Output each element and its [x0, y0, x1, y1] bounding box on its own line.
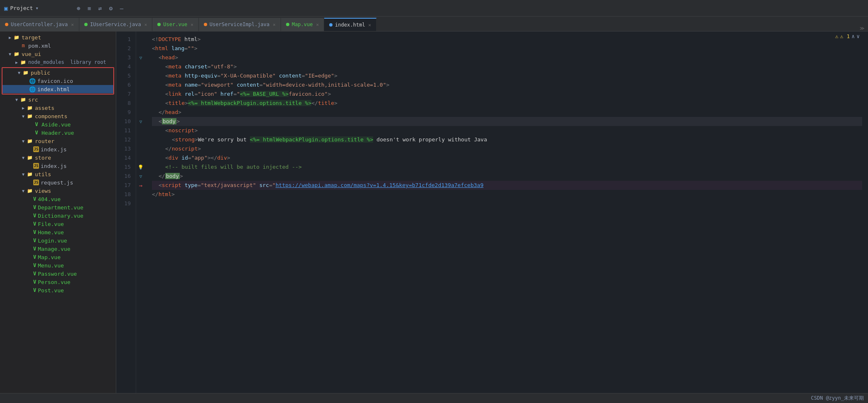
arrow-views[interactable] [20, 187, 27, 194]
tree-item-utils[interactable]: 📁 utils [0, 170, 116, 178]
tree-item-target[interactable]: 📁 target [0, 33, 116, 41]
tree-item-requestjs[interactable]: JS request.js [0, 178, 116, 187]
status-bar: CSDN @zyyn_未来可期 [0, 393, 868, 403]
no-arrow [27, 254, 33, 260]
tab-close-user-vue[interactable]: ✕ [191, 22, 193, 27]
space [181, 73, 185, 79]
tree-item-favicon[interactable]: 🌐 favicon.ico [2, 77, 113, 85]
align-icon[interactable]: ≡ [85, 4, 94, 13]
tree-item-file[interactable]: V File.vue [0, 220, 116, 228]
minimize-icon[interactable]: — [117, 4, 126, 13]
tab-dot-service [84, 23, 88, 26]
tree-item-vueui[interactable]: 📁 vue_ui [0, 50, 116, 58]
punct: </ [159, 173, 165, 179]
arrow-vueui[interactable] [7, 51, 13, 57]
arrow-assets[interactable] [20, 104, 27, 111]
tree-item-router[interactable]: 📁 router [0, 137, 116, 145]
punct: = [184, 45, 188, 51]
tree-item-post[interactable]: V Post.vue [0, 286, 116, 294]
tab-user-vue[interactable]: User.vue ✕ [152, 18, 198, 31]
tree-item-views[interactable]: 📁 views [0, 187, 116, 195]
tree-item-store[interactable]: 📁 store [0, 153, 116, 162]
arrow-public[interactable] [16, 69, 22, 76]
punct: > [194, 127, 198, 134]
body-close-tag: body [165, 173, 180, 179]
tree-item-header-vue[interactable]: V Header.vue [0, 129, 116, 137]
tree-item-manage[interactable]: V Manage.vue [0, 245, 116, 253]
tab-close-iuserservice[interactable]: ✕ [144, 22, 147, 27]
tree-item-store-indexjs[interactable]: JS index.js [0, 162, 116, 170]
tab-close-usercontroller[interactable]: ✕ [71, 22, 74, 27]
tree-item-department[interactable]: V Department.vue [0, 203, 116, 211]
project-square-icon: ▣ [4, 5, 7, 12]
tree-item-person[interactable]: V Person.vue [0, 278, 116, 286]
gutter-fold-3[interactable]: ▽ [136, 53, 145, 62]
gutter-fold-10[interactable]: ▽ [136, 117, 145, 126]
tree-item-home[interactable]: V Home.vue [0, 228, 116, 236]
settings-icon[interactable]: ⚙ [106, 4, 115, 13]
tab-map-vue[interactable]: Map.vue ✕ [281, 18, 324, 31]
tree-item-router-indexjs[interactable]: JS index.js [0, 145, 116, 153]
vue-icon-person: V [33, 279, 36, 285]
tree-item-assets[interactable]: 📁 assets [0, 104, 116, 112]
project-dropdown-icon[interactable]: ▾ [35, 5, 39, 11]
tree-item-components[interactable]: 📁 components [0, 112, 116, 120]
tab-usercontroller[interactable]: UserController.java ✕ [0, 18, 79, 31]
tree-item-indexhtml[interactable]: 🌐 index.html [2, 85, 113, 93]
tree-item-password[interactable]: V Password.vue [0, 269, 116, 278]
gutter-fold-16[interactable]: ▽ [136, 172, 145, 181]
arrow-target[interactable] [7, 34, 13, 41]
tab-close-map-vue[interactable]: ✕ [316, 22, 319, 27]
tree-item-pomxml[interactable]: m pom.xml [0, 41, 116, 50]
tree-item-menu-view[interactable]: V Menu.vue [0, 261, 116, 269]
no-arrow [27, 196, 33, 202]
tree-item-login[interactable]: V Login.vue [0, 236, 116, 245]
vue-icon-login: V [33, 238, 36, 243]
label-indexhtml: index.html [37, 86, 70, 92]
arrow-router[interactable] [20, 138, 27, 144]
code-editor[interactable]: <!DOCTYPE html> <html lang=""> <head> <m… [145, 32, 862, 393]
warning-nav-up[interactable]: ∧ [851, 33, 855, 39]
code-line-11: <noscript> [152, 126, 862, 135]
label-404: 404.vue [38, 196, 61, 202]
sync-icon[interactable]: ⇄ [95, 4, 105, 13]
project-title[interactable]: ▣ Project ▾ [4, 5, 71, 12]
no-arrow [27, 179, 33, 186]
tag2: title [318, 100, 334, 106]
arrow-utils[interactable] [20, 171, 27, 177]
arrow-store[interactable] [20, 154, 27, 161]
tree-item-nodemodules[interactable]: 📁 node_modules library root [0, 58, 116, 66]
space [168, 45, 171, 51]
navigate-icon[interactable]: ⊕ [74, 4, 83, 13]
arrow-nodemodules[interactable] [13, 59, 20, 66]
tree-item-dictionary[interactable]: V Dictionary.vue [0, 211, 116, 220]
tab-overflow-icon[interactable]: ≫ [860, 26, 865, 31]
tab-close-index-html[interactable]: ✕ [368, 22, 371, 28]
editor-scrollbar[interactable] [862, 32, 868, 393]
tree-item-public[interactable]: 📁 public [2, 68, 113, 77]
tree-item-map-view[interactable]: V Map.vue [0, 253, 116, 261]
tab-userserviceimpl[interactable]: UserServiceImpl.java ✕ [199, 18, 281, 31]
tab-index-html[interactable]: index.html ✕ [324, 18, 377, 31]
tab-dot-java2 [204, 23, 207, 26]
warning-nav-down[interactable]: ∨ [856, 33, 860, 39]
tree-item-404[interactable]: V 404.vue [0, 195, 116, 203]
tag: head [165, 109, 178, 115]
label-home: Home.vue [38, 229, 64, 235]
tree-item-src[interactable]: 📁 src [0, 95, 116, 104]
label-components: components [35, 113, 67, 119]
tab-close-userserviceimpl[interactable]: ✕ [273, 22, 276, 27]
arrow-src[interactable] [13, 96, 20, 103]
warning-icon: ⚠ [835, 33, 839, 39]
attr2: href [220, 91, 233, 97]
gutter-18 [136, 190, 145, 199]
gutter-bulb-15[interactable]: 💡 [136, 163, 145, 172]
text: html [181, 36, 197, 42]
project-tree[interactable]: 📁 target m pom.xml 📁 vue_ui 📁 node_modul… [0, 32, 116, 393]
folder-icon-target: 📁 [13, 34, 20, 41]
attr2: src [259, 182, 269, 188]
arrow-components[interactable] [20, 113, 27, 119]
tree-item-aside-vue[interactable]: V Aside.vue [0, 120, 116, 129]
tab-iuserservice[interactable]: IUserService.java ✕ [79, 18, 152, 31]
indent [152, 82, 165, 88]
